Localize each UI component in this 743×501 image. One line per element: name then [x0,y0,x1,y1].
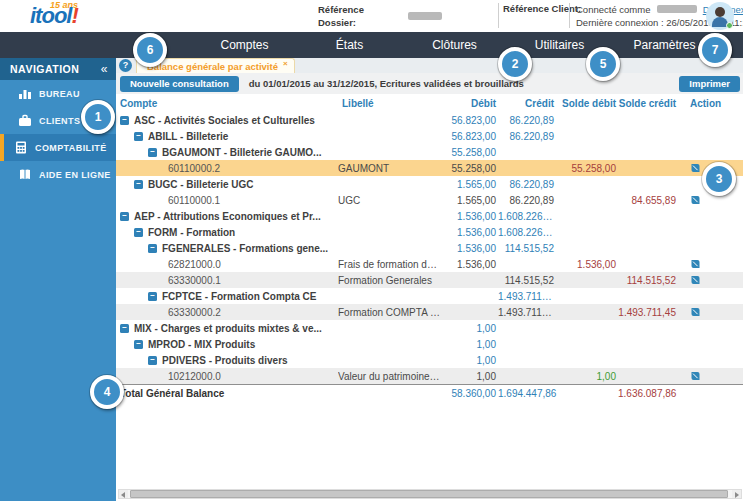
total-debit: 58.360,00 [446,388,498,399]
collapse-icon[interactable]: − [134,180,143,189]
sidebar-items: BUREAUCLIENTSCOMPTABILITÉAIDE EN LIGNE [0,80,116,188]
collapse-icon[interactable]: − [148,148,157,157]
collapse-icon[interactable]: − [120,324,129,333]
libelle-cell: Valeur du patrimoine intégré – Section A… [338,371,446,382]
debit-cell: 55.258,00 [446,163,498,174]
briefcase-icon [18,114,32,127]
online-status-dot [726,22,733,29]
collapse-icon[interactable]: − [120,116,129,125]
journal-book-icon[interactable] [690,164,701,173]
collapse-icon[interactable]: − [134,228,143,237]
header-field-label: Référence Dossier: [318,3,404,29]
debit-cell: 1.536,00 [446,243,498,254]
total-row: Total Général Balance 58.360,00 1.694.44… [116,384,743,401]
credit-cell: 1.493.711,45 [498,307,556,318]
table-header-row: CompteLibelléDébitCréditSolde débitSolde… [116,94,743,112]
collapse-icon[interactable]: − [120,212,129,221]
table-row[interactable]: −ASC - Activités Sociales et Culturelles… [116,112,743,128]
table-row[interactable]: 63330000.2Formation COMPTA CE1.493.711,4… [116,304,743,320]
column-header-debit: Débit [446,98,498,109]
table-row[interactable]: −MPROD - MIX Produits1,00 [116,336,743,352]
collapse-icon[interactable]: − [134,340,143,349]
sidebar-item-label: CLIENTS [39,116,80,126]
libelle-cell: UGC [338,195,446,206]
sidebar-title: NAVIGATION [10,63,79,75]
help-icon[interactable]: ? [119,59,132,72]
tab-close-icon[interactable]: × [283,59,288,68]
action-cell [678,195,743,205]
horizontal-scrollbar[interactable] [118,489,742,499]
debit-cell: 1.536,00 [446,211,498,222]
sidebar-item-aide-en-ligne[interactable]: AIDE EN LIGNE [0,161,116,188]
table-row[interactable]: 10212000.0Valeur du patrimoine intégré –… [116,368,743,384]
period-subtitle: du 01/01/2015 au 31/12/2015, Ecritures v… [249,78,680,89]
table-row[interactable]: −BGAUMONT - Billeterie GAUMO...55.258,00 [116,144,743,160]
collapse-icon[interactable]: − [134,132,143,141]
debit-cell: 1.536,00 [446,227,498,238]
action-cell [678,259,743,269]
imprimer-button[interactable]: Imprimer [679,76,740,92]
column-header-credit: Crédit [498,98,556,109]
journal-book-icon[interactable] [690,308,701,317]
action-cell [678,307,743,317]
account-number: 60110000.1 [116,195,338,206]
total-label: Total Général Balance [116,388,338,399]
group-label: PDIVERS - Produits divers [162,355,288,366]
credit-cell: 86.220,89 [498,179,556,190]
menu-item-clotures[interactable]: Clôtures [402,38,507,52]
collapse-icon[interactable]: − [148,292,157,301]
libelle-cell: Formation Generales [338,275,446,286]
table-row[interactable]: −PDIVERS - Produits divers1,00 [116,352,743,368]
table-row[interactable]: 63330000.1Formation Generales114.515,521… [116,272,743,288]
debit-cell: 1.565,00 [446,179,498,190]
group-label: BGAUMONT - Billeterie GAUMO... [162,147,321,158]
solde-debit-cell: 1,00 [556,371,618,382]
scrollbar-thumb[interactable] [130,490,728,498]
connected-as-label: Connecté comme [576,4,650,15]
scroll-left-icon[interactable] [119,490,128,498]
table-row[interactable]: −MIX - Charges et produits mixtes & ve..… [116,320,743,336]
journal-book-icon[interactable] [690,372,701,381]
table-row[interactable]: −BUGC - Billeterie UGC1.565,0086.220,89 [116,176,743,192]
nouvelle-consultation-button[interactable]: Nouvelle consultation [120,76,239,92]
sidebar-item-label: BUREAU [39,89,80,99]
credit-cell: 114.515,52 [498,243,556,254]
journal-book-icon[interactable] [690,276,701,285]
bar-chart-icon [18,87,32,100]
total-solde-credit: 1.636.087,86 [618,388,678,399]
collapse-icon[interactable]: − [148,244,157,253]
sidebar-collapse-icon[interactable]: « [101,62,108,76]
sidebar-item-comptabilite[interactable]: COMPTABILITÉ [0,134,116,161]
itool-logo: 15 ans itool! [30,1,110,31]
column-header-action: Action [678,98,743,109]
journal-book-icon[interactable] [690,196,701,205]
table-row[interactable]: −FORM - Formation1.536,001.608.226,97 [116,224,743,240]
sidebar-header: NAVIGATION « [0,58,116,80]
table-row[interactable]: −AEP - Attributions Economiques et Pr...… [116,208,743,224]
column-header-libelle: Libellé [338,98,446,109]
debit-cell: 55.258,00 [446,147,498,158]
table-row[interactable]: 60110000.2GAUMONT55.258,0055.258,00 [116,160,743,176]
journal-book-icon[interactable] [690,260,701,269]
credit-cell: 86.220,89 [498,131,556,142]
debit-cell: 1,00 [446,339,498,350]
credit-cell: 1.608.226,97 [498,211,556,222]
scroll-right-icon[interactable] [732,490,741,498]
debit-cell: 56.823,00 [446,115,498,126]
header-divider [569,3,570,28]
collapse-icon[interactable]: − [148,356,157,365]
table-row[interactable]: −FCPTCE - Formation Compta CE1.493.711,4… [116,288,743,304]
table-row[interactable]: 62821000.0Frais de formation des élus Se… [116,256,743,272]
group-label: MIX - Charges et produits mixtes & ve... [134,323,322,334]
tab-label: Balance générale par activité [147,61,278,72]
debit-cell: 1.565,00 [446,195,498,206]
table-row[interactable]: −ABILL - Billeterie56.823,0086.220,89 [116,128,743,144]
libelle-cell: GAUMONT [338,163,446,174]
column-header-compte: Compte [116,98,338,109]
logo-text: itool! [30,5,78,27]
callout-7: 7 [698,33,732,67]
menu-item-etats[interactable]: États [297,38,402,52]
table-row[interactable]: −FGENERALES - Formations gene...1.536,00… [116,240,743,256]
menu-item-comptes[interactable]: Comptes [192,38,297,52]
table-row[interactable]: 60110000.1UGC1.565,0086.220,8984.655,89 [116,192,743,208]
